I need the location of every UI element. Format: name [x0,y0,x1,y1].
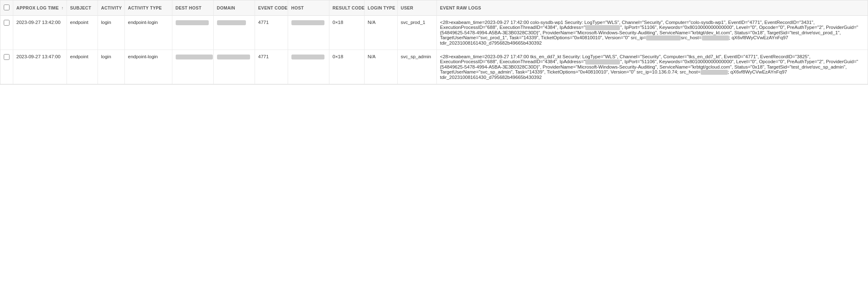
header-raw-logs-label: EVENT RAW LOGS [440,5,482,10]
header-result-code-label: RESULT CODE [333,5,365,10]
cell-dest-host: ██████ [172,50,213,84]
cell-login-type: N/A [364,16,397,50]
sort-arrow-icon: ↑ [61,6,63,10]
header-subject[interactable]: SUBJECT [67,0,98,16]
cell-raw-log: <28>exabeam_time=2023-09-27 17:42:00 col… [436,16,868,50]
header-event-code[interactable]: EVENT CODE [255,0,288,16]
log-table-container: APPROX LOG TIME ↑ SUBJECT ACTIVITY ACTIV… [0,0,868,85]
header-raw-logs[interactable]: EVENT RAW LOGS [436,0,868,16]
header-dest-host-label: DEST HOST [176,5,202,10]
header-domain-label: DOMAIN [217,5,235,10]
log-table: APPROX LOG TIME ↑ SUBJECT ACTIVITY ACTIV… [0,0,868,84]
table-body: 2023-09-27 13:42:00endpointloginendpoint… [0,16,868,84]
table-row: 2023-09-27 13:42:00endpointloginendpoint… [0,16,868,50]
header-activity[interactable]: ACTIVITY [98,0,124,16]
cell-time: 2023-09-27 13:42:00 [13,16,67,50]
cell-activity: login [98,16,124,50]
header-user-label: USER [401,5,413,10]
cell-raw-log: <28>exabeam_time=2023-09-27 17:47:00 tks… [436,50,868,84]
cell-dest-host: ██████ [172,16,213,50]
cell-host: ██████ [288,50,329,84]
header-result-code[interactable]: RESULT CODE [329,0,364,16]
cell-activity: login [98,50,124,84]
header-domain[interactable]: DOMAIN [213,0,255,16]
header-login-type[interactable]: LOGIN TYPE [364,0,397,16]
header-time-label: APPROX LOG TIME [17,5,59,10]
cell-subject: endpoint [67,50,98,84]
cell-activity-type: endpoint-login [124,50,172,84]
cell-user: svc_prod_1 [397,16,436,50]
select-all-checkbox[interactable] [4,5,10,10]
row-checkbox-cell [0,50,13,84]
header-event-code-label: EVENT CODE [258,5,288,10]
cell-subject: endpoint [67,16,98,50]
cell-user: svc_sp_admin [397,50,436,84]
table-row: 2023-09-27 13:47:00endpointloginendpoint… [0,50,868,84]
row-checkbox-cell [0,16,13,50]
header-time[interactable]: APPROX LOG TIME ↑ [13,0,67,16]
cell-time: 2023-09-27 13:47:00 [13,50,67,84]
header-login-type-label: LOGIN TYPE [368,5,396,10]
header-dest-host[interactable]: DEST HOST [172,0,213,16]
cell-domain: ██████ [213,50,255,84]
cell-event-code: 4771 [255,50,288,84]
cell-login-type: N/A [364,50,397,84]
header-subject-label: SUBJECT [70,5,91,10]
cell-activity-type: endpoint-login [124,16,172,50]
header-activity-type-label: ACTIVITY TYPE [128,5,162,10]
cell-event-code: 4771 [255,16,288,50]
header-host-label: HOST [291,5,304,10]
cell-domain: ██████ [213,16,255,50]
cell-result-code: 0×18 [329,16,364,50]
row-checkbox[interactable] [4,54,10,60]
cell-result-code: 0×18 [329,50,364,84]
cell-host: ██████ [288,16,329,50]
header-checkbox-cell [0,0,13,16]
header-activity-type[interactable]: ACTIVITY TYPE [124,0,172,16]
header-host[interactable]: HOST [288,0,329,16]
header-user[interactable]: USER [397,0,436,16]
header-activity-label: ACTIVITY [101,5,122,10]
table-header-row: APPROX LOG TIME ↑ SUBJECT ACTIVITY ACTIV… [0,0,868,16]
row-checkbox[interactable] [4,20,10,26]
